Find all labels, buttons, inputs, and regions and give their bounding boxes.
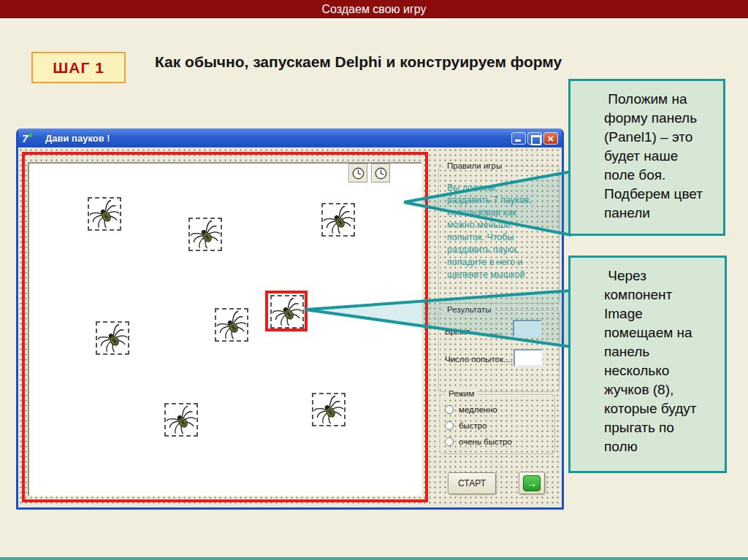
radio-very-fast[interactable]: очень быстро [445, 437, 512, 446]
radio-slow[interactable]: медленно [445, 405, 497, 414]
spider-icon [314, 395, 343, 424]
radio-fast[interactable]: быстро [445, 421, 487, 430]
radio-fast-label: быстро [459, 421, 487, 430]
timer-icon[interactable] [371, 164, 390, 183]
window-title: Дави пауков ! [45, 133, 110, 144]
callout-2-text: Через компонент Image помещаем на панель… [570, 258, 725, 465]
callout-1-text: Положим на форму панель (Panel1) – это б… [570, 81, 723, 231]
slide-header-bar: Создаем свою игру [0, 0, 748, 20]
maximize-button[interactable] [527, 132, 542, 145]
mode-groupbox-caption: Режим [446, 389, 477, 398]
selected-spider-highlight [265, 291, 308, 331]
step-badge-label: ШАГ 1 [53, 59, 104, 77]
callout-box-2: Через компонент Image помещаем на панель… [568, 256, 727, 473]
spider-image[interactable] [164, 403, 198, 437]
results-groupbox-caption: Результаты [444, 305, 495, 314]
time-field[interactable] [513, 320, 542, 337]
delphi-window: 7 Дави пауков ! Правили игры Вы должны р [16, 129, 564, 510]
callout-box-1: Положим на форму панель (Panel1) – это б… [568, 79, 725, 236]
rules-groupbox: Правили игры Вы должны раздавить 7 пауко… [438, 166, 560, 304]
radio-slow-label: медленно [459, 405, 497, 414]
results-groupbox: Результаты Время............. Число попы… [438, 310, 560, 392]
spider-image[interactable] [321, 203, 355, 237]
spider-icon [191, 220, 220, 249]
start-button[interactable]: СТАРТ [448, 472, 496, 494]
spider-icon [324, 205, 353, 234]
radio-circle-icon [445, 437, 454, 446]
spider-image[interactable] [96, 321, 129, 355]
radio-very-fast-label: очень быстро [459, 437, 512, 446]
time-label: Время............. [445, 327, 500, 336]
slide-title: Как обычно, запускаем Delphi и конструир… [155, 53, 562, 71]
spider-image[interactable] [188, 218, 222, 251]
timer-icon[interactable] [348, 164, 367, 183]
minimize-button[interactable] [511, 132, 526, 145]
radio-circle-icon [445, 421, 454, 430]
spider-image[interactable] [88, 197, 121, 231]
bottom-accent-bar [0, 557, 748, 560]
attempts-field[interactable] [514, 349, 543, 367]
clock-icon [351, 166, 365, 180]
mode-groupbox: Режим медленно быстро очень быстро [440, 394, 555, 454]
rules-text: Вы должны раздавить 7 пауков, использова… [447, 182, 533, 281]
rules-groupbox-caption: Правили игры [444, 161, 505, 170]
radio-circle-icon [445, 405, 454, 414]
clock-icon [374, 166, 388, 180]
next-button[interactable]: → [519, 472, 545, 494]
green-arrow-icon: → [523, 475, 541, 491]
spider-image[interactable] [215, 308, 248, 342]
step-badge: ШАГ 1 [31, 52, 126, 83]
spider-icon [167, 405, 196, 434]
slide: Создаем свою игру ШАГ 1 Как обычно, запу… [0, 0, 748, 560]
spider-image[interactable] [312, 393, 346, 426]
delphi-icon: 7 [22, 132, 37, 145]
window-titlebar[interactable]: 7 Дави пауков ! [18, 129, 562, 147]
spider-icon [217, 310, 246, 340]
attempts-label: Число попыток...... [445, 355, 517, 364]
close-button[interactable] [543, 132, 558, 145]
spider-icon [90, 199, 119, 229]
slide-header-text: Создаем свою игру [322, 3, 427, 16]
spider-icon [98, 323, 127, 353]
form-client-area: Правили игры Вы должны раздавить 7 пауко… [18, 147, 562, 505]
